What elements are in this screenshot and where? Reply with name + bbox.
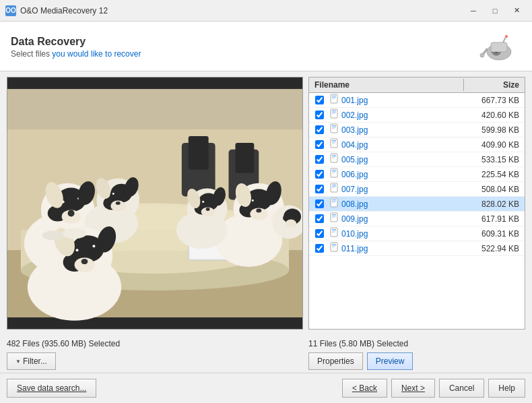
back-button[interactable]: < Back: [342, 379, 387, 398]
svg-rect-14: [189, 136, 209, 170]
svg-point-8: [505, 35, 508, 38]
preview-button[interactable]: Preview: [367, 352, 413, 370]
file-checkbox[interactable]: [315, 96, 324, 104]
svg-rect-92: [332, 96, 336, 96]
file-size: 609.31 KB: [464, 228, 525, 239]
file-type-icon: [329, 108, 340, 121]
status-text-right: 11 Files (5.80 MB) Selected: [308, 338, 525, 350]
filter-buttons-row: ▼ Filter...: [7, 352, 303, 370]
help-button[interactable]: Help: [488, 379, 525, 398]
svg-point-64: [199, 200, 205, 206]
svg-rect-96: [332, 111, 336, 111]
svg-rect-16: [235, 143, 254, 173]
file-row[interactable]: 008.jpg828.02 KB: [309, 197, 525, 212]
file-row[interactable]: 010.jpg609.31 KB: [309, 226, 525, 241]
file-checkbox-cell: [309, 170, 329, 179]
close-button[interactable]: ✕: [506, 4, 527, 18]
file-row[interactable]: 007.jpg508.04 KB: [309, 182, 525, 197]
file-checkbox[interactable]: [315, 125, 324, 134]
file-checkbox[interactable]: [315, 214, 324, 223]
subtitle-highlight: you would like to recover: [52, 49, 141, 59]
file-row[interactable]: 006.jpg225.54 KB: [309, 167, 525, 182]
column-size: Size: [464, 79, 525, 91]
file-row[interactable]: 009.jpg617.91 KB: [309, 212, 525, 226]
file-row[interactable]: 002.jpg420.60 KB: [309, 108, 525, 123]
file-checkbox[interactable]: [315, 185, 324, 193]
image-preview: [7, 77, 303, 330]
file-name: 010.jpg: [340, 228, 464, 239]
svg-rect-133: [332, 245, 336, 246]
column-filename: Filename: [309, 79, 464, 91]
footer-right: < Back Next > Cancel Help: [342, 379, 525, 398]
file-checkbox-cell: [309, 199, 329, 208]
header-text: Data Recovery Select files you would lik…: [11, 36, 141, 59]
file-name: 004.jpg: [340, 140, 464, 150]
svg-point-42: [252, 199, 254, 202]
file-size: 667.73 KB: [464, 95, 525, 106]
file-checkbox[interactable]: [315, 155, 324, 164]
save-data-search-button[interactable]: Save data search...: [7, 379, 96, 398]
file-checkbox[interactable]: [315, 170, 324, 179]
logo-icon: [471, 30, 518, 64]
svg-rect-117: [332, 186, 336, 187]
svg-point-84: [63, 228, 87, 239]
header-subtitle: Select files you would like to recover: [11, 49, 141, 59]
svg-rect-118: [332, 187, 335, 188]
svg-rect-110: [332, 158, 335, 158]
help-button-label: Help: [498, 383, 515, 393]
file-checkbox-cell: [309, 185, 329, 193]
file-name: 005.jpg: [340, 154, 464, 165]
svg-point-54: [112, 193, 114, 195]
file-checkbox[interactable]: [315, 140, 324, 149]
status-text-left: 482 Files (935.60 MB) Selected: [7, 338, 303, 350]
svg-rect-132: [332, 244, 336, 245]
svg-rect-134: [332, 247, 335, 247]
file-row[interactable]: 003.jpg599.98 KB: [309, 123, 525, 137]
save-data-search-label: Save data search...: [17, 383, 86, 393]
svg-point-90: [286, 219, 296, 227]
file-list-body[interactable]: 001.jpg667.73 KB002.jpg420.60 KB003.jpg5…: [309, 93, 525, 329]
file-size: 409.90 KB: [464, 140, 525, 150]
file-row[interactable]: 011.jpg522.94 KB: [309, 241, 525, 256]
filter-button[interactable]: ▼ Filter...: [7, 352, 56, 370]
title-bar-text: O&O MediaRecovery 12: [20, 6, 463, 16]
file-checkbox[interactable]: [315, 199, 324, 208]
file-checkbox[interactable]: [315, 244, 324, 253]
svg-point-33: [69, 211, 74, 215]
header-logo: [467, 28, 521, 65]
minimize-button[interactable]: ─: [463, 4, 484, 18]
next-button-label: Next >: [401, 383, 425, 393]
svg-point-78: [76, 249, 79, 251]
file-size: 617.91 KB: [464, 214, 525, 224]
svg-rect-128: [332, 229, 336, 230]
svg-rect-122: [332, 202, 335, 203]
filter-button-label: Filter...: [23, 356, 47, 366]
file-list-header: Filename Size: [309, 78, 525, 93]
file-name: 011.jpg: [340, 243, 464, 254]
svg-point-79: [92, 245, 95, 247]
svg-rect-102: [332, 128, 335, 129]
svg-rect-125: [332, 216, 336, 216]
right-buttons-row: Properties Preview: [308, 352, 525, 370]
svg-rect-93: [332, 97, 336, 98]
file-row[interactable]: 004.jpg409.90 KB: [309, 137, 525, 152]
file-size: 420.60 KB: [464, 110, 525, 121]
file-checkbox[interactable]: [315, 111, 324, 119]
file-checkbox-cell: [309, 96, 329, 104]
file-checkbox[interactable]: [315, 229, 324, 238]
file-checkbox-cell: [309, 214, 329, 223]
file-type-icon: [329, 168, 340, 181]
cancel-button[interactable]: Cancel: [439, 379, 484, 398]
svg-point-88: [283, 215, 288, 220]
file-row[interactable]: 001.jpg667.73 KB: [309, 93, 525, 108]
file-row[interactable]: 005.jpg533.15 KB: [309, 152, 525, 167]
next-button[interactable]: Next >: [391, 379, 435, 398]
properties-button[interactable]: Properties: [308, 352, 363, 370]
file-type-icon: [329, 197, 340, 210]
cancel-button-label: Cancel: [449, 383, 474, 393]
file-name: 008.jpg: [340, 199, 464, 210]
svg-rect-97: [332, 112, 336, 113]
svg-rect-113: [332, 171, 336, 172]
svg-rect-109: [332, 156, 336, 157]
maximize-button[interactable]: □: [485, 4, 505, 18]
